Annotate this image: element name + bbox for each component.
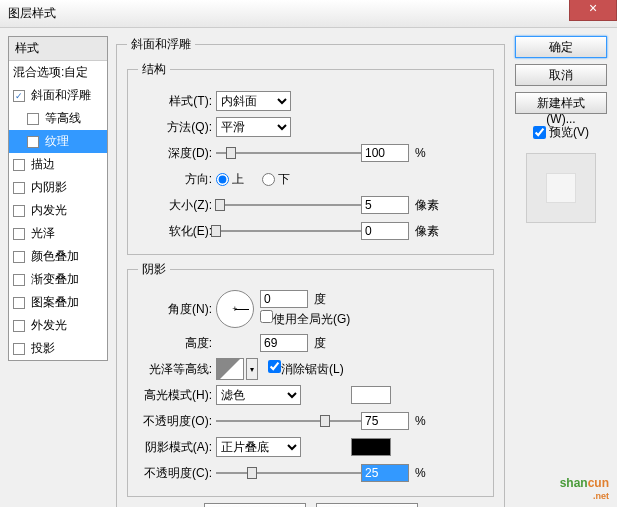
checkbox-icon[interactable] xyxy=(13,90,25,102)
shadow-mode-select[interactable]: 正片叠底 xyxy=(216,437,301,457)
dir-up-radio[interactable]: 上 xyxy=(216,171,244,188)
depth-input[interactable] xyxy=(361,144,409,162)
ok-button[interactable]: 确定 xyxy=(515,36,607,58)
size-unit: 像素 xyxy=(415,197,439,214)
checkbox-icon[interactable] xyxy=(13,205,25,217)
highlight-mode-label: 高光模式(H): xyxy=(138,387,216,404)
shadow-opacity-label: 不透明度(C): xyxy=(138,465,216,482)
checkbox-icon[interactable] xyxy=(27,113,39,125)
technique-select[interactable]: 平滑 xyxy=(216,117,291,137)
size-slider[interactable] xyxy=(216,204,361,206)
new-style-button[interactable]: 新建样式(W)... xyxy=(515,92,607,114)
antialias-checkbox[interactable]: 消除锯齿(L) xyxy=(268,360,344,378)
checkbox-icon[interactable] xyxy=(13,182,25,194)
bevel-fieldset: 斜面和浮雕 结构 样式(T):内斜面 方法(Q):平滑 深度(D):% 方向:上… xyxy=(116,36,505,507)
altitude-label: 高度: xyxy=(138,335,216,352)
highlight-mode-select[interactable]: 滤色 xyxy=(216,385,301,405)
size-label: 大小(Z): xyxy=(138,197,216,214)
checkbox-icon[interactable] xyxy=(13,251,25,263)
preview-box xyxy=(526,153,596,223)
gloss-label: 光泽等高线: xyxy=(138,361,216,378)
shading-fieldset: 阴影 角度(N): 度 使用全局光(G) 高度:度 光泽等高线:▾消除锯齿(L)… xyxy=(127,261,494,497)
soften-input[interactable] xyxy=(361,222,409,240)
angle-input[interactable] xyxy=(260,290,308,308)
depth-slider[interactable] xyxy=(216,152,361,154)
highlight-opacity-slider[interactable] xyxy=(216,420,361,422)
angle-unit: 度 xyxy=(314,292,326,306)
shading-legend: 阴影 xyxy=(138,261,170,278)
shadow-color-swatch[interactable] xyxy=(351,438,391,456)
soften-label: 软化(E): xyxy=(138,223,216,240)
style-gradoverlay[interactable]: 渐变叠加 xyxy=(9,268,107,291)
checkbox-icon[interactable] xyxy=(13,228,25,240)
settings-panel: 斜面和浮雕 结构 样式(T):内斜面 方法(Q):平滑 深度(D):% 方向:上… xyxy=(116,36,505,498)
contour-dropdown-icon[interactable]: ▾ xyxy=(246,358,258,380)
checkbox-icon[interactable] xyxy=(13,343,25,355)
blend-options-item[interactable]: 混合选项:自定 xyxy=(9,61,107,84)
cancel-button[interactable]: 取消 xyxy=(515,64,607,86)
watermark-logo: shancun.net xyxy=(560,473,609,501)
style-stroke[interactable]: 描边 xyxy=(9,153,107,176)
style-texture[interactable]: 纹理 xyxy=(9,130,107,153)
reset-default-button[interactable]: 复位为默认值 xyxy=(316,503,418,507)
checkbox-icon[interactable] xyxy=(13,159,25,171)
soften-slider[interactable] xyxy=(216,230,361,232)
styles-sidebar: 样式 混合选项:自定 斜面和浮雕 等高线 纹理 描边 内阴影 内发光 光泽 颜色… xyxy=(8,36,108,498)
depth-unit: % xyxy=(415,146,426,160)
shadow-opacity-slider[interactable] xyxy=(216,472,361,474)
depth-label: 深度(D): xyxy=(138,145,216,162)
shadow-mode-label: 阴影模式(A): xyxy=(138,439,216,456)
altitude-input[interactable] xyxy=(260,334,308,352)
style-label: 样式(T): xyxy=(138,93,216,110)
technique-label: 方法(Q): xyxy=(138,119,216,136)
checkbox-icon[interactable] xyxy=(13,320,25,332)
style-coloroverlay[interactable]: 颜色叠加 xyxy=(9,245,107,268)
direction-label: 方向: xyxy=(138,171,216,188)
size-input[interactable] xyxy=(361,196,409,214)
shadow-opacity-input[interactable] xyxy=(361,464,409,482)
bevel-legend: 斜面和浮雕 xyxy=(127,36,195,53)
styles-header[interactable]: 样式 xyxy=(9,37,107,61)
style-contour[interactable]: 等高线 xyxy=(9,107,107,130)
checkbox-icon[interactable] xyxy=(27,136,39,148)
angle-label: 角度(N): xyxy=(138,301,216,318)
highlight-opacity-label: 不透明度(O): xyxy=(138,413,216,430)
style-select[interactable]: 内斜面 xyxy=(216,91,291,111)
style-dropshadow[interactable]: 投影 xyxy=(9,337,107,360)
highlight-color-swatch[interactable] xyxy=(351,386,391,404)
close-button[interactable]: × xyxy=(569,0,617,21)
highlight-opacity-input[interactable] xyxy=(361,412,409,430)
style-innerglow[interactable]: 内发光 xyxy=(9,199,107,222)
style-satin[interactable]: 光泽 xyxy=(9,222,107,245)
altitude-unit: 度 xyxy=(314,335,326,352)
angle-wheel[interactable] xyxy=(216,290,254,328)
style-bevel[interactable]: 斜面和浮雕 xyxy=(9,84,107,107)
checkbox-icon[interactable] xyxy=(13,274,25,286)
action-panel: 确定 取消 新建样式(W)... 预览(V) xyxy=(513,36,609,498)
checkbox-icon[interactable] xyxy=(13,297,25,309)
structure-fieldset: 结构 样式(T):内斜面 方法(Q):平滑 深度(D):% 方向:上下 大小(Z… xyxy=(127,61,494,255)
structure-legend: 结构 xyxy=(138,61,170,78)
global-light-checkbox[interactable]: 使用全局光(G) xyxy=(260,310,350,328)
style-patoverlay[interactable]: 图案叠加 xyxy=(9,291,107,314)
style-outerglow[interactable]: 外发光 xyxy=(9,314,107,337)
preview-checkbox[interactable]: 预览(V) xyxy=(533,124,589,141)
window-title: 图层样式 xyxy=(8,6,56,20)
soften-unit: 像素 xyxy=(415,223,439,240)
make-default-button[interactable]: 设置为默认值 xyxy=(204,503,306,507)
style-innershadow[interactable]: 内阴影 xyxy=(9,176,107,199)
dir-down-radio[interactable]: 下 xyxy=(262,171,290,188)
gloss-contour[interactable] xyxy=(216,358,244,380)
